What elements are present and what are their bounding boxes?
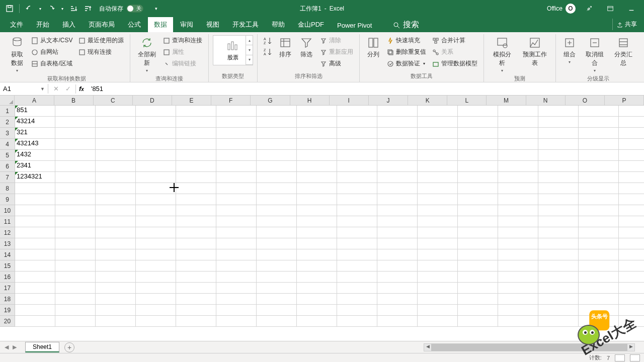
- datatype-gallery[interactable]: 股票 ▴ ▾ ▾: [213, 35, 253, 65]
- cell[interactable]: [458, 294, 498, 305]
- cell[interactable]: [458, 194, 498, 205]
- cell[interactable]: [257, 117, 297, 128]
- cell[interactable]: [377, 305, 418, 316]
- office-account[interactable]: Office O: [547, 4, 576, 14]
- cell[interactable]: [377, 227, 418, 238]
- cell[interactable]: [337, 128, 377, 139]
- cell[interactable]: [337, 172, 377, 183]
- cell[interactable]: [55, 205, 96, 216]
- cell[interactable]: [297, 294, 337, 305]
- cell[interactable]: [377, 183, 418, 194]
- cell[interactable]: [377, 283, 418, 294]
- cell[interactable]: [297, 227, 337, 238]
- column-header[interactable]: E: [172, 96, 211, 105]
- cell[interactable]: [136, 106, 176, 117]
- cell[interactable]: [579, 305, 619, 316]
- cell[interactable]: [257, 227, 297, 238]
- cell[interactable]: [458, 216, 498, 227]
- cell[interactable]: [498, 205, 538, 216]
- column-header[interactable]: N: [526, 96, 566, 105]
- cell[interactable]: [55, 128, 96, 139]
- select-all-corner[interactable]: [0, 96, 15, 106]
- cell[interactable]: [337, 150, 377, 161]
- cell[interactable]: [216, 260, 257, 272]
- cell[interactable]: [136, 238, 176, 249]
- cell[interactable]: [418, 272, 458, 283]
- cell[interactable]: [619, 161, 644, 172]
- cell[interactable]: [538, 128, 579, 139]
- cell[interactable]: [136, 194, 176, 205]
- cell[interactable]: [418, 227, 458, 238]
- cell[interactable]: [579, 260, 619, 272]
- sort-asc-icon[interactable]: [68, 3, 79, 14]
- cell[interactable]: [216, 106, 257, 117]
- cell[interactable]: [458, 249, 498, 260]
- magic-icon[interactable]: [582, 2, 597, 16]
- cell[interactable]: [176, 216, 216, 227]
- tab-帮助[interactable]: 帮助: [266, 17, 291, 32]
- cell[interactable]: [136, 150, 176, 161]
- row-header[interactable]: 13: [0, 238, 15, 249]
- worksheet-grid[interactable]: ABCDEFGHIJKLMNOP 12345678910111213141516…: [0, 96, 644, 341]
- cell[interactable]: [216, 249, 257, 260]
- cell[interactable]: [579, 139, 619, 150]
- cell[interactable]: [418, 283, 458, 294]
- manage-data-model-button[interactable]: 管理数据模型: [430, 58, 479, 69]
- cell[interactable]: [538, 117, 579, 128]
- row-header[interactable]: 7: [0, 172, 15, 183]
- cell[interactable]: [297, 161, 337, 172]
- column-header[interactable]: D: [133, 96, 172, 105]
- cell[interactable]: [619, 216, 644, 227]
- advanced-filter-button[interactable]: 高级: [318, 58, 355, 69]
- cell[interactable]: [257, 249, 297, 260]
- cell[interactable]: [297, 216, 337, 227]
- normal-view-icon[interactable]: [615, 354, 625, 361]
- cell[interactable]: [176, 294, 216, 305]
- cell[interactable]: [579, 128, 619, 139]
- cell[interactable]: [579, 216, 619, 227]
- cell[interactable]: [15, 205, 55, 216]
- cell[interactable]: [297, 205, 337, 216]
- cell[interactable]: [55, 238, 96, 249]
- tab-公式[interactable]: 公式: [122, 17, 147, 32]
- cell[interactable]: [216, 216, 257, 227]
- filter-button[interactable]: 筛选: [297, 35, 316, 60]
- cell[interactable]: [297, 150, 337, 161]
- cell[interactable]: [176, 150, 216, 161]
- cell[interactable]: [257, 172, 297, 183]
- cell[interactable]: [176, 117, 216, 128]
- cell[interactable]: [337, 227, 377, 238]
- cell[interactable]: [257, 283, 297, 294]
- cell[interactable]: [55, 117, 96, 128]
- cell[interactable]: [377, 161, 418, 172]
- cell[interactable]: [216, 272, 257, 283]
- cell[interactable]: [55, 194, 96, 205]
- cell[interactable]: [136, 305, 176, 316]
- from-table-button[interactable]: 自表格/区域: [29, 58, 74, 69]
- cell[interactable]: [136, 249, 176, 260]
- cell[interactable]: [579, 117, 619, 128]
- tab-审阅[interactable]: 审阅: [174, 17, 199, 32]
- cell[interactable]: [458, 139, 498, 150]
- scroll-left-icon[interactable]: ◀: [424, 344, 431, 351]
- autosave-toggle[interactable]: 自动保存: [99, 5, 143, 13]
- cell[interactable]: [216, 161, 257, 172]
- tab-视图[interactable]: 视图: [200, 17, 225, 32]
- refresh-all-button[interactable]: 全部刷新 ▾: [134, 35, 159, 74]
- cell[interactable]: [176, 283, 216, 294]
- cell[interactable]: [579, 205, 619, 216]
- cell[interactable]: [619, 316, 644, 327]
- cell[interactable]: [136, 117, 176, 128]
- cell[interactable]: [257, 128, 297, 139]
- cell[interactable]: [55, 249, 96, 260]
- cell[interactable]: [297, 260, 337, 272]
- cell[interactable]: [498, 172, 538, 183]
- cell[interactable]: [498, 150, 538, 161]
- cell[interactable]: [458, 227, 498, 238]
- cell[interactable]: [377, 117, 418, 128]
- cell[interactable]: [297, 183, 337, 194]
- cell[interactable]: [257, 272, 297, 283]
- column-header[interactable]: A: [15, 96, 54, 105]
- cell[interactable]: [55, 139, 96, 150]
- queries-connections-button[interactable]: 查询和连接: [161, 35, 204, 46]
